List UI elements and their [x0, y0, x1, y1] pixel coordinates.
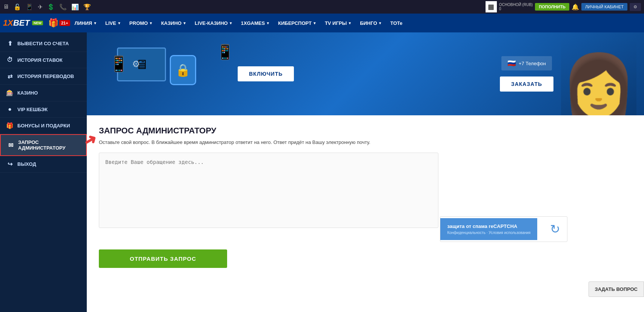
sidebar-item-bonuses[interactable]: 🎁 БОНУСЫ И ПОДАРКИ: [0, 118, 87, 134]
nav-cybersport-arrow: ▼: [313, 21, 317, 25]
sidebar-item-vip[interactable]: ● VIP КЕШБЭК: [0, 101, 87, 118]
sidebar-item-logout[interactable]: ↪ ВЫХОД: [0, 156, 87, 173]
captcha-sub: Конфиденциальность · Условия использован…: [447, 231, 530, 235]
nav-liniya-arrow: ▼: [93, 21, 97, 25]
sidebar-vip-label: VIP КЕШБЭК: [17, 107, 48, 112]
banner-girl-image: 👩: [561, 36, 636, 115]
nav-bingo[interactable]: БИНГО ▼: [356, 14, 386, 32]
sidebar-item-casino[interactable]: 🎰 КАЗИНО: [0, 85, 87, 101]
nav-casino-label: КАЗИНО: [161, 20, 181, 26]
sidebar-transfer-label: ИСТОРИЯ ПЕРЕВОДОВ: [17, 73, 74, 79]
nav-bar: 1XBET NEW 🎁 21+ ЛИНИЯ ▼ LIVE ▼ PROMO ▼ К…: [0, 14, 644, 32]
age-badge: 21+: [59, 20, 70, 26]
nav-liniya[interactable]: ЛИНИЯ ▼: [71, 14, 101, 32]
nav-1xgames-label: 1XGAMES: [241, 20, 265, 26]
transfer-history-icon: ⇄: [6, 73, 14, 80]
nav-bingo-arrow: ▼: [378, 21, 382, 25]
settings-button[interactable]: ⚙: [630, 3, 641, 11]
logo: 1XBET: [3, 18, 30, 28]
nav-promo-arrow: ▼: [149, 21, 153, 25]
nav-1xgames[interactable]: 1XGAMES ▼: [237, 14, 274, 32]
form-area: ЗАПРОС АДМИНИСТРАТОРУ Оставьте свой вопр…: [87, 115, 644, 312]
balance-value: 0: [499, 7, 501, 11]
nav-1xgames-arrow: ▼: [266, 21, 270, 25]
phone-icon[interactable]: 📞: [59, 3, 67, 11]
nav-tv-games-arrow: ▼: [348, 21, 352, 25]
nav-live-casino-label: LIVE-КАЗИНО: [195, 20, 228, 26]
logout-icon: ↪: [6, 161, 14, 168]
phone-label: +7 Телефон: [519, 61, 546, 66]
nav-tv-games[interactable]: TV ИГРЫ ▼: [321, 14, 355, 32]
sidebar: ⬆ ВЫВЕСТИ СО СЧЕТА ⏱ ИСТОРИЯ СТАВОК ⇄ ИС…: [0, 32, 87, 312]
nav-live-label: LIVE: [105, 20, 116, 26]
captcha-right: ↻: [543, 217, 567, 242]
telegram-icon[interactable]: ✈: [38, 3, 43, 11]
sidebar-casino-label: КАЗИНО: [17, 90, 38, 96]
nav-liniya-label: ЛИНИЯ: [75, 20, 92, 26]
sidebar-bet-history-label: ИСТОРИЯ СТАВОК: [17, 57, 63, 63]
dollar-icon[interactable]: 💲: [47, 3, 55, 11]
banner-left-actions: ВКЛЮЧИТЬ: [238, 66, 294, 81]
nav-promo[interactable]: PROMO ▼: [126, 14, 157, 32]
sidebar-item-transfer-history[interactable]: ⇄ ИСТОРИЯ ПЕРЕВОДОВ: [0, 68, 87, 85]
new-badge: NEW: [32, 21, 43, 25]
flag-icon: 🇷🇺: [507, 59, 516, 67]
nav-promo-label: PROMO: [129, 20, 148, 26]
nav-live-casino-arrow: ▼: [229, 21, 233, 25]
bet-history-icon: ⏱: [6, 57, 14, 63]
vip-icon: ●: [6, 106, 14, 113]
lock-device: 🔒: [170, 55, 196, 85]
banner: 🖥 ⚙ 🔒 📱 📱 ВКЛЮЧИТЬ 🇷🇺 +7 Телефон ЗАКАЗАТ…: [87, 32, 644, 115]
nav-bingo-label: БИНГО: [360, 20, 377, 26]
content-area: 🖥 ⚙ 🔒 📱 📱 ВКЛЮЧИТЬ 🇷🇺 +7 Телефон ЗАКАЗАТ…: [87, 32, 644, 312]
chart-icon[interactable]: 📊: [71, 3, 79, 11]
banner-devices: 🖥 ⚙ 🔒 📱 📱: [109, 36, 238, 112]
notification-icon[interactable]: 🔔: [572, 3, 579, 11]
form-subtitle: Оставьте свой вопрос. В ближайшее время …: [99, 139, 632, 145]
sidebar-item-bet-history[interactable]: ⏱ ИСТОРИЯ СТАВОК: [0, 52, 87, 68]
recaptcha-icon: ↻: [550, 222, 560, 236]
sidebar-item-withdraw[interactable]: ⬆ ВЫВЕСТИ СО СЧЕТА: [0, 35, 87, 52]
nav-tote[interactable]: TOТе: [386, 14, 406, 32]
withdraw-icon: ⬆: [6, 40, 14, 47]
nav-tv-games-label: TV ИГРЫ: [325, 20, 347, 26]
gear-overlay-icon: ⚙: [132, 59, 140, 69]
submit-button[interactable]: ОТПРАВИТЬ ЗАПРОС: [99, 249, 227, 268]
order-button[interactable]: ЗАКАЗАТЬ: [500, 76, 553, 92]
captcha-widget[interactable]: защита от спама reCAPTCHA Конфиденциальн…: [440, 216, 567, 242]
casino-menu-icon: 🎰: [6, 89, 14, 96]
form-title: ЗАПРОС АДМИНИСТРАТОРУ: [99, 126, 632, 136]
top-bar-right: ▦ ОСНОВНОЙ (RUB) 0 ПОПОЛНИТЬ 🔔 ЛИЧНЫЙ КА…: [486, 1, 641, 12]
captcha-left: защита от спама reCAPTCHA Конфиденциальн…: [440, 218, 537, 240]
qr-code[interactable]: ▦: [486, 1, 497, 12]
logo-area[interactable]: 1XBET NEW: [3, 18, 43, 28]
monitor-icon[interactable]: 🖥: [3, 3, 9, 10]
nav-casino-arrow: ▼: [183, 21, 186, 25]
sidebar-item-admin-request[interactable]: ✉ ЗАПРОС АДМИНИСТРАТОРУ ➜: [0, 134, 87, 156]
nav-casino[interactable]: КАЗИНО ▼: [157, 14, 190, 32]
deposit-button[interactable]: ПОПОЛНИТЬ: [535, 3, 569, 11]
nav-cybersport[interactable]: КИБЕРСПОРТ ▼: [274, 14, 320, 32]
admin-request-icon: ✉: [7, 142, 14, 149]
balance-info: ОСНОВНОЙ (RUB) 0: [499, 3, 533, 11]
nav-live-casino[interactable]: LIVE-КАЗИНО ▼: [191, 14, 236, 32]
bonuses-icon: 🎁: [6, 122, 14, 129]
mobile-icon[interactable]: 📱: [26, 3, 33, 11]
admin-request-textarea[interactable]: [99, 153, 438, 228]
sidebar-admin-request-label: ЗАПРОС АДМИНИСТРАТОРУ: [18, 139, 80, 151]
nav-live[interactable]: LIVE ▼: [101, 14, 125, 32]
nav-live-arrow: ▼: [117, 21, 121, 25]
sidebar-bonuses-label: БОНУСЫ И ПОДАРКИ: [17, 123, 70, 128]
cabinet-button[interactable]: ЛИЧНЫЙ КАБИНЕТ: [581, 3, 627, 11]
captcha-title: защита от спама reCAPTCHA: [447, 223, 530, 229]
include-button[interactable]: ВКЛЮЧИТЬ: [238, 66, 294, 81]
top-bar: 🖥 🔓 📱 ✈ 💲 📞 📊 🏆 ▦ ОСНОВНОЙ (RUB) 0 ПОПОЛ…: [0, 0, 644, 14]
lock-icon[interactable]: 🔓: [14, 3, 21, 11]
ask-question-button[interactable]: ЗАДАТЬ ВОПРОС: [589, 281, 644, 297]
nav-tote-label: TOТе: [390, 20, 402, 26]
phone-device: 📱: [109, 55, 128, 73]
nav-cybersport-label: КИБЕРСПОРТ: [278, 20, 312, 26]
trophy-icon[interactable]: 🏆: [83, 3, 91, 11]
sidebar-logout-label: ВЫХОД: [17, 161, 36, 167]
gift-icon[interactable]: 🎁: [48, 18, 58, 28]
